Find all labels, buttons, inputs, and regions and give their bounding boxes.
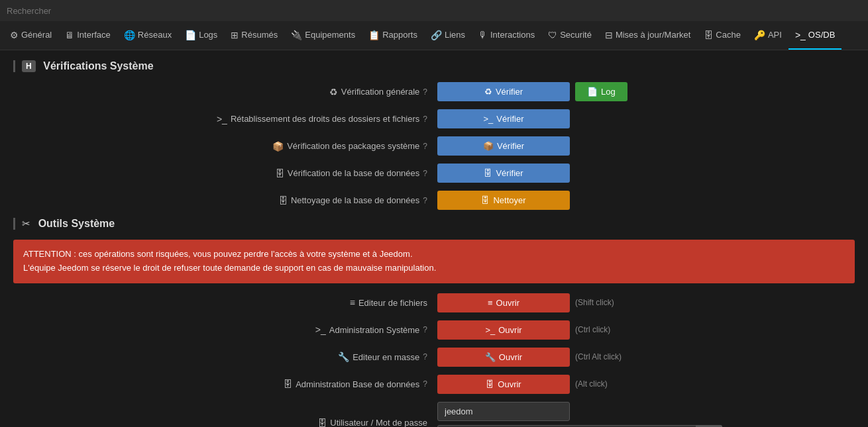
label-verification-bdd: 🗄 Vérification de la base de données ?	[13, 168, 437, 179]
nav-item-liens[interactable]: 🔗 Liens	[424, 21, 472, 50]
help-icon-bdd-admin[interactable]: ?	[423, 379, 427, 389]
terminal-label-icon: >_	[217, 114, 227, 124]
search-input[interactable]	[7, 6, 139, 16]
btn-verifier-bdd[interactable]: 🗄 Vérifier	[437, 164, 570, 183]
gear-icon: ⚙	[10, 30, 19, 40]
label-verification-packages: 📦 Vérification des packages système ?	[13, 141, 437, 152]
btn-verifier-generale[interactable]: ♻ Vérifier	[437, 82, 570, 101]
label-verification-generale: ♻ Vérification générale ?	[13, 87, 437, 97]
controls-administration-bdd: 🗄 Ouvrir (Alt click)	[437, 375, 608, 394]
resumes-icon: ⊞	[231, 30, 239, 40]
row-credentials: 🗄 Utilisateur / Mot de passe 👁	[13, 402, 855, 427]
hint-editeur-fichiers: (Shift click)	[575, 298, 614, 307]
nav-item-cache[interactable]: 🗄 Cache	[697, 21, 747, 50]
nav-item-reseaux[interactable]: 🌐 Réseaux	[117, 21, 178, 50]
key-icon: 🔑	[754, 30, 765, 40]
help-icon-4[interactable]: ?	[423, 196, 427, 205]
log-btn-icon: 📄	[587, 87, 598, 97]
scissors-icon: ✂	[22, 218, 30, 230]
controls-verification-bdd: 🗄 Vérifier	[437, 164, 570, 183]
btn-ouvrir-editeur-fichiers[interactable]: ≡ Ouvrir	[437, 293, 570, 312]
row-verification-generale: ♻ Vérification générale ? ♻ Vérifier 📄 L…	[13, 82, 855, 101]
section-h-icon: H	[22, 60, 36, 72]
password-input[interactable]	[437, 425, 722, 427]
label-editeur-masse: 🔧 Editeur en masse ?	[13, 352, 437, 362]
row-editeur-masse: 🔧 Editeur en masse ? 🔧 Ouvrir (Ctrl Alt …	[13, 348, 855, 367]
controls-verification-generale: ♻ Vérifier 📄 Log	[437, 82, 627, 101]
main-content: H Vérifications Système ♻ Vérification g…	[0, 50, 868, 427]
nav-item-general[interactable]: ⚙ Général	[3, 21, 58, 50]
hint-admin-bdd: (Alt click)	[575, 379, 608, 389]
plug-icon: 🔌	[291, 30, 302, 40]
help-icon-3[interactable]: ?	[423, 169, 427, 178]
help-icon-0[interactable]: ?	[423, 87, 427, 97]
row-verification-bdd: 🗄 Vérification de la base de données ? 🗄…	[13, 164, 855, 183]
controls-editeur-masse: 🔧 Ouvrir (Ctrl Alt click)	[437, 348, 622, 367]
report-icon: 📋	[368, 30, 380, 40]
monitor-icon: 🖥	[65, 30, 74, 40]
network-icon: 🌐	[124, 30, 135, 40]
nav-item-interactions[interactable]: 🎙 Interactions	[472, 21, 541, 50]
controls-verification-packages: 📦 Vérifier	[437, 136, 570, 156]
nav-item-resumes[interactable]: ⊞ Résumés	[224, 21, 284, 50]
nav-bar: ⚙ Général 🖥 Interface 🌐 Réseaux 📄 Logs ⊞…	[0, 21, 868, 50]
password-toggle-button[interactable]: 👁	[696, 425, 722, 427]
help-icon-2[interactable]: ?	[423, 142, 427, 151]
cache-icon: 🗄	[704, 30, 713, 40]
search-bar	[0, 0, 868, 21]
help-icon-1[interactable]: ?	[423, 115, 427, 124]
verifications-title: Vérifications Système	[43, 60, 153, 72]
label-nettoyage-bdd: 🗄 Nettoyage de la base de données ?	[13, 195, 437, 206]
mass-editor-icon: 🔧	[338, 352, 349, 362]
username-input[interactable]	[437, 402, 570, 421]
terminal-admin-icon: >_	[315, 324, 326, 335]
mic-icon: 🎙	[478, 30, 488, 40]
shield-icon: 🛡	[548, 30, 557, 40]
file-editor-icon: ≡	[350, 297, 355, 308]
btn-nettoyer-bdd[interactable]: 🗄 Nettoyer	[437, 191, 570, 210]
package-icon: 📦	[272, 141, 284, 152]
terminal-btn-icon-1: >_	[483, 114, 493, 124]
nav-item-rapports[interactable]: 📋 Rapports	[362, 21, 424, 50]
db-admin-btn-icon: 🗄	[486, 379, 494, 389]
row-nettoyage-bdd: 🗄 Nettoyage de la base de données ? 🗄 Ne…	[13, 191, 855, 210]
password-wrapper: 👁	[437, 425, 722, 427]
controls-retablissement-droits: >_ Vérifier	[437, 109, 570, 128]
controls-nettoyage-bdd: 🗄 Nettoyer	[437, 191, 570, 210]
outils-section: ✂ Outils Système ATTENTION : ces opérati…	[13, 218, 855, 427]
btn-ouvrir-editeur-masse[interactable]: 🔧 Ouvrir	[437, 348, 570, 367]
help-icon-masse[interactable]: ?	[423, 352, 427, 361]
package-btn-icon: 📦	[483, 141, 494, 151]
nav-item-mises-a-jour[interactable]: ⊟ Mises à jour/Market	[598, 21, 697, 50]
row-editeur-fichiers: ≡ Editeur de fichiers ≡ Ouvrir (Shift cl…	[13, 293, 855, 312]
warning-line1: ATTENTION : ces opérations sont risquées…	[23, 248, 845, 261]
nav-item-securite[interactable]: 🛡 Securité	[541, 21, 598, 50]
recycle-icon: ♻	[329, 87, 338, 97]
label-retablissement-droits: >_ Rétablissement des droits des dossier…	[13, 114, 437, 124]
nav-item-api[interactable]: 🔑 API	[747, 21, 788, 50]
nav-item-logs[interactable]: 📄 Logs	[178, 21, 224, 50]
nav-item-interface[interactable]: 🖥 Interface	[58, 21, 117, 50]
logs-icon: 📄	[185, 30, 196, 40]
btn-log-generale[interactable]: 📄 Log	[575, 82, 627, 101]
label-administration-systeme: >_ Administration Système ?	[13, 324, 437, 335]
btn-ouvrir-admin-systeme[interactable]: >_ Ouvrir	[437, 320, 570, 340]
update-icon: ⊟	[605, 30, 613, 40]
controls-administration-systeme: >_ Ouvrir (Ctrl click)	[437, 320, 610, 340]
warning-box: ATTENTION : ces opérations sont risquées…	[13, 240, 855, 283]
nav-item-equipements[interactable]: 🔌 Equipements	[284, 21, 362, 50]
row-administration-bdd: 🗄 Administration Base de données ? 🗄 Ouv…	[13, 375, 855, 394]
nav-item-osdb[interactable]: >_ OS/DB	[788, 21, 841, 50]
help-icon-admin[interactable]: ?	[423, 325, 427, 334]
controls-editeur-fichiers: ≡ Ouvrir (Shift click)	[437, 293, 614, 312]
btn-verifier-packages[interactable]: 📦 Vérifier	[437, 136, 570, 156]
db-cred-icon: 🗄	[317, 418, 327, 427]
link-icon: 🔗	[431, 30, 442, 40]
btn-verifier-droits[interactable]: >_ Vérifier	[437, 109, 570, 128]
hint-editeur-masse: (Ctrl Alt click)	[575, 352, 622, 361]
db-icon-n: 🗄	[278, 195, 288, 206]
verifications-section-header: H Vérifications Système	[13, 60, 855, 72]
terminal-icon: >_	[795, 30, 806, 40]
mass-editor-btn-icon: 🔧	[485, 352, 496, 362]
btn-ouvrir-admin-bdd[interactable]: 🗄 Ouvrir	[437, 375, 570, 394]
